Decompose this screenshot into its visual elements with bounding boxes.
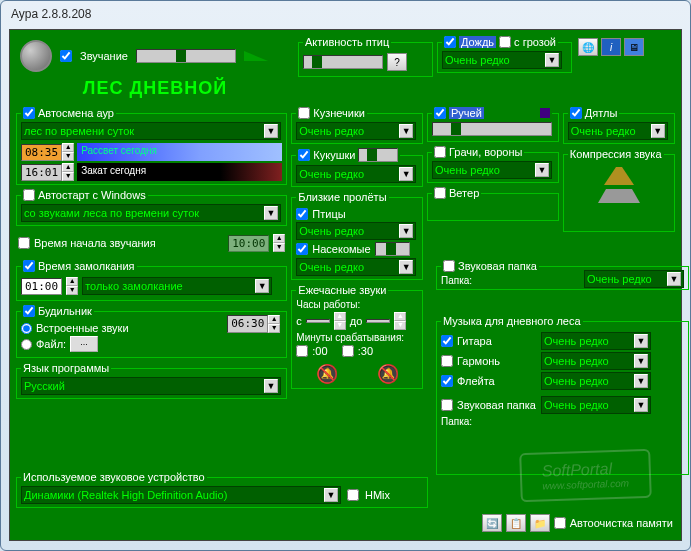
music-group: Музыка для дневного леса Гитара Очень ре… xyxy=(436,315,689,475)
lang-legend: Язык программы xyxy=(21,362,111,374)
cuckoos-group: Кукушки Очень редко▼ xyxy=(291,148,423,187)
hmix-checkbox[interactable] xyxy=(347,489,359,501)
harmony-combo[interactable]: Очень редко▼ xyxy=(541,352,651,370)
flyby-birds-checkbox[interactable] xyxy=(296,208,308,220)
starttime-spinner[interactable]: ▲▼ xyxy=(273,234,285,252)
info-icon[interactable]: i xyxy=(601,38,621,56)
woodpeckers-combo[interactable]: Очень редко▼ xyxy=(568,122,668,140)
rooks-label: Грачи, вороны xyxy=(449,146,522,158)
starttime-checkbox[interactable] xyxy=(18,237,30,249)
rooks-checkbox[interactable] xyxy=(434,146,446,158)
music-soundfolder-checkbox[interactable] xyxy=(441,399,453,411)
titlebar[interactable]: Аура 2.8.8.208 xyxy=(1,1,690,29)
hour-from[interactable] xyxy=(306,319,330,323)
autostart-group: Автостарт с Windows со звуками леса по в… xyxy=(16,189,287,226)
alarm-spinner[interactable]: ▲▼ xyxy=(268,315,280,333)
app-window: Аура 2.8.8.208 Звучание ЛЕС ДНЕВНОЙ Акти… xyxy=(0,0,691,551)
bottom-icon-1[interactable]: 🔄 xyxy=(482,514,502,532)
grasshoppers-group: Кузнечики Очень редко▼ xyxy=(291,107,423,144)
rooks-combo[interactable]: Очень редко▼ xyxy=(432,161,552,179)
guitar-combo[interactable]: Очень редко▼ xyxy=(541,332,651,350)
minutes-label: Минуты срабатывания: xyxy=(296,332,418,343)
cuckoos-slider[interactable] xyxy=(358,148,398,162)
starttime-value[interactable]: 10:00 xyxy=(228,235,269,252)
music-folder-path-label: Папка: xyxy=(441,416,684,427)
cuckoos-combo[interactable]: Очень редко▼ xyxy=(296,165,416,183)
insects-slider[interactable] xyxy=(375,242,410,256)
sunrise-spinner[interactable]: ▲▼ xyxy=(62,143,74,161)
bell-off-icon-2[interactable]: 🔕 xyxy=(377,363,399,385)
autochange-group: Автосмена аур лес по времени суток▼ 08:3… xyxy=(16,107,287,185)
monitor-icon[interactable]: 🖥 xyxy=(624,38,644,56)
silence-spinner[interactable]: ▲▼ xyxy=(66,277,78,295)
alarm-file-button[interactable]: ... xyxy=(70,336,98,352)
autostart-legend: Автостарт с Windows xyxy=(38,189,146,201)
compression-shape-top xyxy=(604,167,634,185)
sunset-spinner[interactable]: ▲▼ xyxy=(62,163,74,181)
birds-activity-slider[interactable] xyxy=(303,55,383,69)
alarm-file-radio[interactable] xyxy=(21,339,32,350)
lang-group: Язык программы Русский▼ xyxy=(16,362,287,399)
globe-icon[interactable]: 🌐 xyxy=(578,38,598,56)
volume-slider[interactable] xyxy=(136,49,236,63)
sound-checkbox[interactable] xyxy=(60,50,72,62)
flyby-birds-label: Птицы xyxy=(312,208,345,220)
flyby-insects-combo[interactable]: Очень редко▼ xyxy=(296,258,416,276)
flyby-birds-combo[interactable]: Очень редко▼ xyxy=(296,222,416,240)
birds-info-button[interactable]: ? xyxy=(387,53,407,71)
rain-checkbox[interactable] xyxy=(444,36,456,48)
flute-checkbox[interactable] xyxy=(441,375,453,387)
cuckoos-checkbox[interactable] xyxy=(298,149,310,161)
bottom-icon-3[interactable]: 📁 xyxy=(530,514,550,532)
autostart-combo[interactable]: со звуками леса по времени суток▼ xyxy=(21,204,281,222)
hour-to-spin[interactable]: ▲▼ xyxy=(394,312,406,330)
autostart-checkbox[interactable] xyxy=(23,189,35,201)
flyby-insects-checkbox[interactable] xyxy=(296,243,308,255)
guitar-label: Гитара xyxy=(457,335,537,347)
woodpeckers-group: Дятлы Очень редко▼ xyxy=(563,107,675,144)
alarm-checkbox[interactable] xyxy=(23,305,35,317)
soundfolder-checkbox[interactable] xyxy=(443,260,455,272)
alarm-time[interactable]: 06:30 xyxy=(227,315,268,333)
hour-from-spin[interactable]: ▲▼ xyxy=(334,312,346,330)
speaker-icon[interactable] xyxy=(20,40,52,72)
birds-activity-legend: Активность птиц xyxy=(303,36,391,48)
wind-checkbox[interactable] xyxy=(434,187,446,199)
silence-time[interactable]: 01:00 xyxy=(21,278,62,295)
flyby-insects-label: Насекомые xyxy=(312,243,370,255)
rain-frequency-combo[interactable]: Очень редко▼ xyxy=(442,51,562,69)
alarm-legend: Будильник xyxy=(38,305,92,317)
soundfolder-combo[interactable]: Очень редко▼ xyxy=(584,270,684,288)
bell-off-icon-1[interactable]: 🔕 xyxy=(316,363,338,385)
m00-checkbox[interactable] xyxy=(296,345,308,357)
autoclean-label: Автоочистка памяти xyxy=(570,517,673,529)
device-combo[interactable]: Динамики (Realtek High Definition Audio)… xyxy=(21,486,341,504)
hour-to[interactable] xyxy=(366,319,390,323)
grasshoppers-combo[interactable]: Очень редко▼ xyxy=(296,122,416,140)
soundfolder-group: Звуковая папка Очень редко▼ Папка: xyxy=(436,260,689,290)
woodpeckers-checkbox[interactable] xyxy=(570,107,582,119)
autochange-combo[interactable]: лес по времени суток▼ xyxy=(21,122,281,140)
thunder-checkbox[interactable] xyxy=(499,36,511,48)
grasshoppers-checkbox[interactable] xyxy=(298,107,310,119)
lang-combo[interactable]: Русский▼ xyxy=(21,377,281,395)
guitar-checkbox[interactable] xyxy=(441,335,453,347)
hmix-label: HMix xyxy=(365,489,390,501)
music-soundfolder-combo[interactable]: Очень редко▼ xyxy=(541,396,651,414)
silence-checkbox[interactable] xyxy=(23,260,35,272)
alarm-builtin-radio[interactable] xyxy=(21,323,32,334)
hourly-legend: Ежечасные звуки xyxy=(296,284,388,296)
to-label: до xyxy=(350,315,363,327)
stream-checkbox[interactable] xyxy=(434,107,446,119)
bottom-icon-2[interactable]: 📋 xyxy=(506,514,526,532)
stream-slider[interactable] xyxy=(432,122,552,136)
autoclean-checkbox[interactable] xyxy=(554,517,566,529)
starttime-label: Время начала звучания xyxy=(34,237,156,249)
autochange-checkbox[interactable] xyxy=(23,107,35,119)
m30-checkbox[interactable] xyxy=(342,345,354,357)
harmony-checkbox[interactable] xyxy=(441,355,453,367)
hours-label: Часы работы: xyxy=(296,299,418,310)
main-panel: Звучание ЛЕС ДНЕВНОЙ Активность птиц ? Д xyxy=(9,29,682,541)
flute-combo[interactable]: Очень редко▼ xyxy=(541,372,651,390)
silence-combo[interactable]: только замолкание▼ xyxy=(82,277,272,295)
